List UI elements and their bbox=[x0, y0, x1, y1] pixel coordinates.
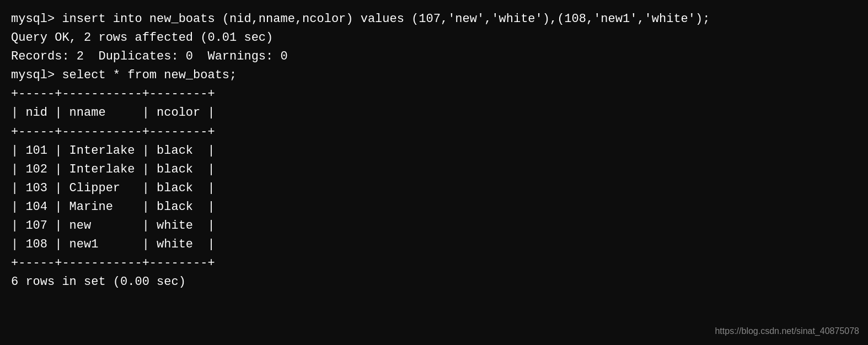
terminal-line: mysql> select * from new_boats; bbox=[11, 66, 857, 85]
terminal-line: +-----+-----------+--------+ bbox=[11, 254, 857, 273]
terminal-line: | 107 | new | white | bbox=[11, 217, 857, 235]
terminal-line: | 103 | Clipper | black | bbox=[11, 179, 857, 198]
terminal-line: | 102 | Interlake | black | bbox=[11, 160, 857, 179]
terminal-line: +-----+-----------+--------+ bbox=[11, 85, 857, 104]
terminal-line: | nid | nname | ncolor | bbox=[11, 104, 857, 122]
terminal-line: | 108 | new1 | white | bbox=[11, 235, 857, 254]
terminal-line: 6 rows in set (0.00 sec) bbox=[11, 273, 857, 292]
terminal-line: | 101 | Interlake | black | bbox=[11, 142, 857, 160]
terminal-line: | 104 | Marine | black | bbox=[11, 198, 857, 217]
terminal-line: +-----+-----------+--------+ bbox=[11, 123, 857, 142]
watermark: https://blog.csdn.net/sinat_40875078 bbox=[715, 325, 859, 338]
terminal-line: mysql> insert into new_boats (nid,nname,… bbox=[11, 10, 857, 29]
terminal-line: Records: 2 Duplicates: 0 Warnings: 0 bbox=[11, 47, 857, 66]
terminal-line: Query OK, 2 rows affected (0.01 sec) bbox=[11, 29, 857, 47]
terminal-output: mysql> insert into new_boats (nid,nname,… bbox=[11, 10, 857, 335]
